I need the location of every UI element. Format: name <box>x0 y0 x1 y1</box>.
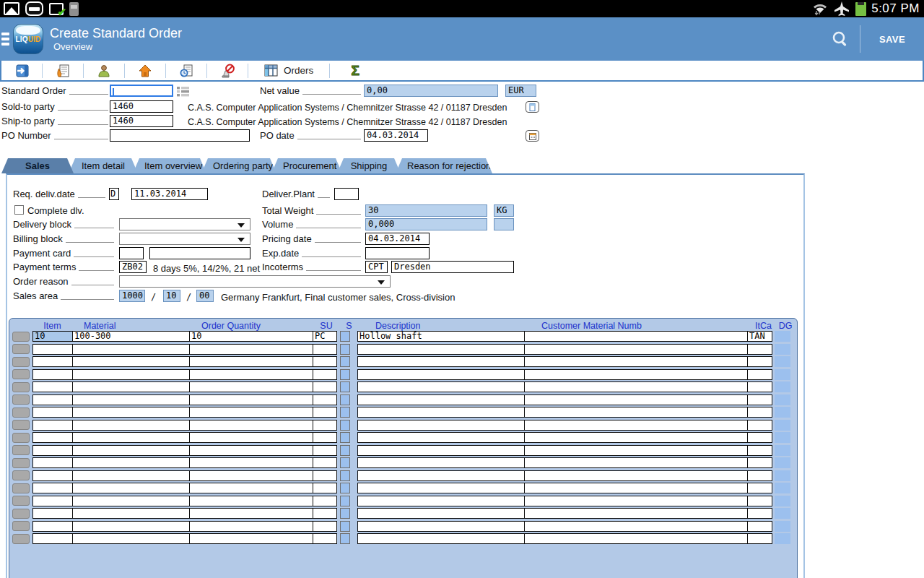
item-cell[interactable] <box>32 457 73 468</box>
row-select-button[interactable] <box>12 433 30 443</box>
customer-material-cell[interactable] <box>524 470 748 481</box>
itca-cell[interactable] <box>747 369 772 380</box>
complete-dlv-checkbox[interactable] <box>14 205 24 215</box>
row-select-button[interactable] <box>12 496 30 506</box>
status-cell[interactable] <box>340 496 350 506</box>
item-cell[interactable] <box>32 381 73 392</box>
order-quantity-cell[interactable] <box>189 470 313 481</box>
row-select-button[interactable] <box>12 344 30 354</box>
search-button[interactable] <box>821 17 860 61</box>
su-cell[interactable] <box>313 407 337 418</box>
itca-cell[interactable] <box>747 470 772 481</box>
description-cell[interactable] <box>357 344 525 355</box>
row-select-button[interactable] <box>12 509 30 519</box>
tab-sales[interactable]: Sales <box>1 158 74 173</box>
customer-material-cell[interactable] <box>524 407 748 418</box>
pricing-date-input[interactable]: 04.03.2014 <box>365 233 430 245</box>
su-cell[interactable] <box>313 521 337 532</box>
material-cell[interactable] <box>72 470 190 481</box>
po-date-picker-button[interactable] <box>526 130 539 142</box>
material-cell[interactable] <box>72 344 190 355</box>
row-select-button[interactable] <box>12 369 30 379</box>
row-select-button[interactable] <box>12 332 30 342</box>
order-quantity-cell[interactable] <box>189 508 313 519</box>
itca-cell[interactable] <box>747 420 772 431</box>
customer-material-cell[interactable] <box>524 508 748 519</box>
status-cell[interactable] <box>340 356 350 367</box>
material-cell[interactable] <box>72 356 190 367</box>
exit-button[interactable] <box>1 64 42 78</box>
payment-card-type-input[interactable] <box>119 247 144 259</box>
customer-material-cell[interactable] <box>524 496 748 506</box>
row-select-button[interactable] <box>12 357 30 367</box>
status-cell[interactable] <box>340 369 350 380</box>
material-cell[interactable] <box>72 420 190 431</box>
description-cell[interactable] <box>357 432 525 443</box>
menu-icon[interactable] <box>0 30 10 48</box>
status-cell[interactable] <box>340 457 350 468</box>
exp-date-input[interactable] <box>365 247 430 259</box>
order-quantity-cell[interactable] <box>189 344 313 355</box>
material-cell[interactable] <box>72 432 190 443</box>
order-quantity-cell[interactable] <box>189 356 313 367</box>
description-cell[interactable] <box>357 420 525 431</box>
status-cell[interactable] <box>340 533 350 544</box>
material-cell[interactable]: 100-300 <box>72 331 190 342</box>
standard-order-input[interactable] <box>110 85 173 97</box>
su-cell[interactable] <box>313 445 337 456</box>
item-cell[interactable] <box>32 470 73 481</box>
row-select-button[interactable] <box>12 458 30 468</box>
customer-material-cell[interactable] <box>524 394 748 405</box>
row-select-button[interactable] <box>12 470 30 480</box>
tab-item-overview[interactable]: Item overview <box>133 158 206 173</box>
reject-button[interactable] <box>207 64 248 78</box>
order-quantity-cell[interactable] <box>189 432 313 443</box>
status-cell[interactable] <box>340 394 350 405</box>
description-cell[interactable] <box>357 356 525 367</box>
req-deliv-date-type-input[interactable]: D <box>109 188 119 200</box>
itca-cell[interactable] <box>747 407 772 418</box>
row-select-button[interactable] <box>12 394 30 405</box>
customer-material-cell[interactable] <box>524 483 748 493</box>
item-cell[interactable]: 10 <box>32 331 73 342</box>
deliver-plant-input[interactable] <box>334 188 359 200</box>
status-cell[interactable] <box>340 470 350 481</box>
itca-cell[interactable] <box>747 457 772 468</box>
row-select-button[interactable] <box>12 483 30 493</box>
itca-cell[interactable] <box>747 394 772 405</box>
itca-cell[interactable] <box>747 445 772 456</box>
item-cell[interactable] <box>32 356 73 367</box>
order-quantity-cell[interactable]: 10 <box>189 331 313 342</box>
row-select-button[interactable] <box>12 407 30 418</box>
material-cell[interactable] <box>72 508 190 519</box>
order-quantity-cell[interactable] <box>189 420 313 431</box>
description-cell[interactable] <box>357 369 525 380</box>
description-cell[interactable]: Hollow shaft <box>357 331 525 342</box>
material-cell[interactable] <box>72 369 190 380</box>
status-cell[interactable] <box>340 483 350 493</box>
description-cell[interactable] <box>357 533 525 544</box>
item-cell[interactable] <box>32 420 73 431</box>
po-number-input[interactable] <box>110 129 250 142</box>
customer-material-cell[interactable] <box>524 356 748 367</box>
organization-data-button[interactable] <box>125 64 165 78</box>
order-quantity-cell[interactable] <box>189 394 313 405</box>
tab-item-detail[interactable]: Item detail <box>69 158 138 173</box>
description-cell[interactable] <box>357 483 525 493</box>
req-deliv-date-input[interactable]: 11.03.2014 <box>131 188 208 200</box>
item-cell[interactable] <box>32 496 73 506</box>
order-quantity-cell[interactable] <box>189 381 313 392</box>
order-quantity-cell[interactable] <box>189 483 313 493</box>
status-cell[interactable] <box>340 381 350 392</box>
create-with-reference-button[interactable] <box>43 64 83 78</box>
customer-material-cell[interactable] <box>524 521 748 532</box>
description-cell[interactable] <box>357 508 525 519</box>
tab-reason-for-rejection[interactable]: Reason for rejection <box>396 158 492 173</box>
itca-cell[interactable] <box>747 432 772 443</box>
material-cell[interactable] <box>72 445 190 456</box>
su-cell[interactable] <box>313 394 337 405</box>
item-cell[interactable] <box>32 394 73 405</box>
sold-to-detail-button[interactable] <box>526 101 539 113</box>
order-quantity-cell[interactable] <box>189 496 313 506</box>
itca-cell[interactable]: TAN <box>747 331 772 342</box>
